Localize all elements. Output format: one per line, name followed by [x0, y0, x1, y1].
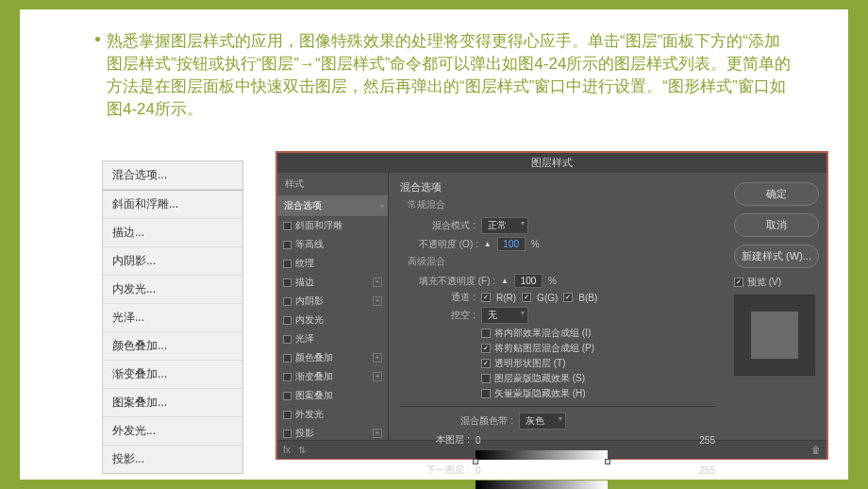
layer-style-menu: 混合选项...斜面和浮雕...描边...内阴影...内发光...光泽...颜色叠… — [102, 160, 243, 474]
trash-icon[interactable]: 🗑 — [811, 445, 821, 455]
option-checkbox[interactable] — [481, 329, 491, 338]
style-checkbox[interactable] — [283, 260, 292, 268]
this-layer-label: 本图层 : — [419, 433, 470, 447]
add-effect-icon[interactable]: + — [373, 296, 382, 306]
style-list-item[interactable]: 光泽 — [277, 329, 388, 348]
under-layer-label: 下一图层 : — [419, 464, 470, 477]
add-effect-icon[interactable]: + — [373, 429, 382, 438]
menu-item[interactable]: 斜面和浮雕... — [103, 191, 242, 219]
style-list-item[interactable]: 斜面和浮雕 — [277, 216, 388, 235]
slider-handle-icon[interactable]: ▲ — [484, 240, 492, 248]
style-list-item[interactable]: 内发光 — [277, 311, 388, 329]
percent-label: % — [548, 276, 557, 286]
fill-opacity-input[interactable]: 100 — [514, 274, 542, 288]
dialog-title: 图层样式 — [277, 153, 826, 173]
option-checkbox[interactable] — [481, 359, 491, 368]
style-checkbox[interactable] — [283, 354, 292, 363]
style-list-item[interactable]: 描边+ — [277, 273, 388, 292]
menu-item[interactable]: 内发光... — [103, 276, 242, 304]
opacity-label: 不透明度 (O) : — [419, 238, 478, 251]
bullet — [95, 37, 100, 42]
style-checkbox[interactable] — [283, 241, 292, 249]
menu-item[interactable]: 光泽... — [103, 304, 242, 332]
channel-g-checkbox[interactable] — [522, 293, 531, 302]
section-title: 混合选项 — [400, 180, 715, 194]
style-list-item[interactable]: 内阴影+ — [277, 292, 388, 311]
menu-item[interactable]: 渐变叠加... — [103, 361, 242, 389]
style-list-item[interactable]: 颜色叠加+ — [277, 348, 388, 367]
style-list-item[interactable]: 等高线 — [277, 235, 388, 254]
under-layer-slider[interactable] — [476, 481, 608, 489]
preview-box — [734, 295, 815, 376]
style-checkbox[interactable] — [283, 335, 292, 344]
style-list-item[interactable]: 混合选项 — [277, 195, 388, 216]
menu-item[interactable]: 混合选项... — [103, 161, 242, 190]
fill-opacity-label: 填充不透明度 (F) : — [419, 275, 495, 288]
description-text: 熟悉掌握图层样式的应用，图像特殊效果的处理将变得更得心应手。单击“图层”面板下方… — [107, 30, 792, 121]
this-layer-slider[interactable] — [476, 450, 608, 460]
chevron-up-down-icon[interactable]: ⇅ — [298, 445, 306, 455]
new-style-button[interactable]: 新建样式 (W)... — [734, 244, 819, 268]
menu-item[interactable]: 颜色叠加... — [103, 332, 242, 361]
option-checkbox[interactable] — [481, 389, 491, 398]
menu-item[interactable]: 描边... — [103, 219, 242, 247]
styles-header: 样式 — [277, 173, 388, 195]
channel-r-checkbox[interactable] — [481, 293, 491, 302]
opacity-input[interactable]: 100 — [497, 237, 526, 251]
style-list-item[interactable]: 渐变叠加+ — [277, 367, 388, 386]
cancel-button[interactable]: 取消 — [734, 213, 819, 237]
fx-icon[interactable]: fx — [283, 445, 291, 455]
style-checkbox[interactable] — [283, 316, 292, 325]
blend-mode-label: 混合模式 : — [419, 219, 476, 232]
slider-handle-icon[interactable]: ▲ — [501, 277, 509, 285]
style-checkbox[interactable] — [283, 392, 292, 400]
style-checkbox[interactable] — [283, 278, 292, 287]
ok-button[interactable]: 确定 — [734, 182, 819, 206]
channels-label: 通道 : — [419, 291, 476, 304]
preview-checkbox[interactable] — [734, 278, 743, 287]
add-effect-icon[interactable]: + — [373, 278, 382, 287]
percent-label: % — [531, 239, 540, 249]
style-checkbox[interactable] — [283, 430, 292, 438]
style-checkbox[interactable] — [283, 297, 292, 306]
menu-item[interactable]: 外发光... — [103, 417, 242, 446]
style-list-item[interactable]: 纹理 — [277, 254, 388, 273]
blend-mode-select[interactable]: 正常 — [481, 217, 528, 234]
option-checkbox[interactable] — [481, 374, 491, 383]
blend-options-panel: 混合选项 常规混合 混合模式 : 正常 不透明度 (O) : ▲ 100 % 高… — [389, 173, 726, 440]
layer-style-dialog: 图层样式 样式 混合选项斜面和浮雕等高线纹理描边+内阴影+内发光光泽颜色叠加+渐… — [275, 151, 828, 460]
add-effect-icon[interactable]: + — [373, 372, 382, 381]
style-list-item[interactable]: 图案叠加 — [277, 386, 388, 405]
style-checkbox[interactable] — [283, 411, 292, 419]
option-checkbox[interactable] — [481, 344, 491, 353]
blend-if-label: 混合颜色带 : — [457, 414, 513, 428]
style-checkbox[interactable] — [283, 222, 292, 230]
general-blend-label: 常规混合 — [408, 198, 715, 211]
style-checkbox[interactable] — [283, 373, 292, 381]
channel-b-checkbox[interactable] — [563, 293, 573, 302]
advanced-blend-label: 高级混合 — [408, 255, 715, 268]
knockout-select[interactable]: 无 — [481, 307, 528, 324]
menu-item[interactable]: 内阴影... — [103, 247, 242, 276]
menu-item[interactable]: 图案叠加... — [103, 389, 242, 417]
menu-item[interactable]: 投影... — [103, 446, 242, 473]
dialog-buttons: 确定 取消 新建样式 (W)... 预览 (V) — [726, 173, 826, 440]
blend-if-select[interactable]: 灰色 — [519, 413, 566, 430]
styles-list: 样式 混合选项斜面和浮雕等高线纹理描边+内阴影+内发光光泽颜色叠加+渐变叠加+图… — [277, 173, 389, 440]
knockout-label: 挖空 : — [419, 309, 476, 322]
style-list-item[interactable]: 外发光 — [277, 405, 388, 424]
preview-label: 预览 (V) — [747, 276, 781, 289]
style-list-item[interactable]: 投影+ — [277, 424, 388, 443]
add-effect-icon[interactable]: + — [373, 353, 382, 363]
